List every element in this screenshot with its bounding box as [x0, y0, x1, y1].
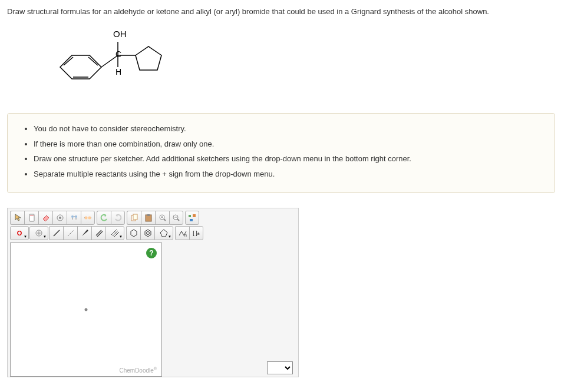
chevron-down-icon: ▼ — [24, 235, 27, 238]
svg-point-14 — [59, 217, 61, 219]
target-molecule: OH C H — [42, 23, 564, 101]
svg-line-32 — [111, 230, 117, 235]
eraser-tool[interactable] — [38, 211, 52, 225]
svg-line-30 — [96, 230, 101, 235]
toolbar-row-2: O▼ ▼ ▼ — [10, 226, 296, 240]
add-sketcher-dropdown[interactable] — [267, 361, 293, 374]
svg-rect-27 — [190, 219, 193, 221]
svg-line-31 — [97, 231, 103, 237]
svg-line-33 — [113, 231, 118, 236]
chevron-down-icon: ▼ — [168, 235, 171, 238]
paste-button[interactable] — [141, 211, 155, 225]
chevron-down-icon: ▼ — [43, 235, 47, 238]
redo-button[interactable] — [111, 211, 125, 225]
svg-text:n: n — [184, 233, 187, 237]
cyclohexane-button[interactable] — [126, 226, 140, 240]
double-bond-button[interactable] — [91, 226, 105, 240]
center-tool[interactable] — [52, 211, 67, 225]
svg-marker-38 — [160, 230, 167, 237]
question-text: Draw structural formulas for an aldehyde… — [7, 7, 564, 16]
help-button[interactable]: ? — [146, 248, 157, 258]
hint-item: Separate multiple reactants using the + … — [34, 168, 543, 180]
recessed-bond-button[interactable] — [63, 226, 77, 240]
single-bond-button[interactable] — [49, 226, 63, 240]
zoom-out-button[interactable] — [169, 211, 183, 225]
chevron-down-icon: ▼ — [119, 235, 123, 238]
svg-point-17 — [85, 217, 88, 220]
zoom-in-button[interactable] — [155, 211, 169, 225]
canvas-center-dot — [85, 308, 88, 311]
svg-line-29 — [54, 230, 60, 236]
svg-rect-26 — [193, 214, 196, 217]
templates-button[interactable] — [185, 211, 199, 225]
copy-button[interactable] — [127, 211, 141, 225]
svg-text:H: H — [115, 67, 121, 77]
svg-rect-22 — [147, 214, 150, 216]
flip-tool[interactable] — [81, 211, 95, 225]
svg-marker-35 — [131, 230, 137, 237]
element-button[interactable]: O▼ — [10, 226, 29, 240]
svg-point-18 — [88, 217, 91, 220]
undo-button[interactable] — [97, 211, 111, 225]
add-atom-button[interactable]: ▼ — [29, 226, 48, 240]
cyclopentane-button[interactable]: ▼ — [154, 226, 173, 240]
drawing-canvas[interactable]: ? ChemDoodle® — [10, 242, 162, 377]
svg-marker-0 — [60, 55, 101, 79]
svg-marker-8 — [136, 46, 161, 70]
sketcher-container: O▼ ▼ ▼ — [7, 208, 299, 377]
svg-text:C: C — [115, 49, 121, 59]
clean-tool[interactable] — [67, 211, 81, 225]
move-tool[interactable] — [10, 211, 24, 225]
chain-button[interactable]: n — [175, 226, 189, 240]
clear-tool[interactable] — [24, 211, 38, 225]
svg-point-37 — [146, 232, 149, 235]
hint-item: You do not have to consider stereochemis… — [34, 123, 543, 135]
benzene-button[interactable] — [140, 226, 154, 240]
svg-rect-25 — [189, 215, 191, 217]
svg-rect-20 — [133, 214, 137, 220]
charge-button[interactable]: [ ]± — [189, 226, 203, 240]
hints-panel: You do not have to consider stereochemis… — [7, 113, 555, 193]
svg-line-34 — [114, 232, 119, 237]
hint-item: Draw one structure per sketcher. Add add… — [34, 153, 543, 165]
hint-item: If there is more than one combination, d… — [34, 138, 543, 150]
wedge-bond-button[interactable] — [77, 226, 91, 240]
svg-marker-36 — [145, 230, 151, 237]
toolbar-row-1 — [10, 211, 296, 225]
svg-text:OH: OH — [113, 29, 127, 39]
triple-bond-button[interactable]: ▼ — [105, 226, 124, 240]
svg-point-15 — [71, 215, 74, 218]
svg-point-16 — [75, 215, 77, 218]
